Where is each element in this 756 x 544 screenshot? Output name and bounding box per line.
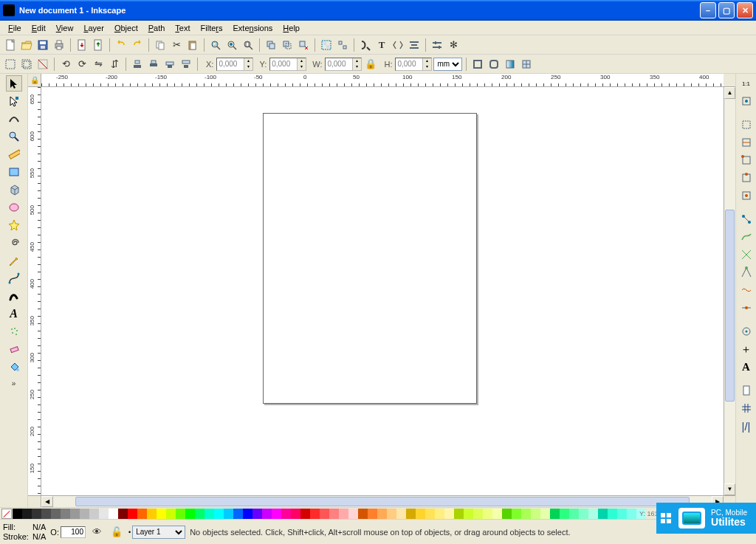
spiral-tool-icon[interactable] <box>6 235 22 251</box>
menu-file[interactable]: File <box>3 22 27 34</box>
w-field[interactable]: ▴▾ <box>325 58 362 71</box>
color-swatch[interactable] <box>406 509 416 519</box>
snap-guide-icon[interactable]: |/| <box>738 418 755 434</box>
new-icon[interactable] <box>3 38 18 52</box>
color-swatch[interactable] <box>195 509 205 519</box>
color-swatch[interactable] <box>89 509 99 519</box>
color-swatch[interactable] <box>339 509 348 519</box>
canvas[interactable] <box>41 87 724 495</box>
color-swatch[interactable] <box>435 509 444 519</box>
scroll-up-icon[interactable]: ▲ <box>724 87 735 99</box>
align-icon[interactable] <box>407 38 422 52</box>
bucket-tool-icon[interactable] <box>6 359 22 375</box>
unlink-clone-icon[interactable] <box>296 38 311 52</box>
scrollbar-horizontal[interactable]: ◀ ▶ <box>28 495 735 507</box>
color-swatch[interactable] <box>425 509 435 519</box>
clone-icon[interactable] <box>280 38 295 52</box>
minimize-button[interactable]: – <box>700 2 716 18</box>
color-swatch[interactable] <box>550 509 560 519</box>
snap-bbox-edge-icon[interactable] <box>738 134 755 151</box>
scrollbar-vertical[interactable]: ▲ ▼ <box>724 87 735 495</box>
spin-down-icon[interactable]: ▾ <box>297 64 306 70</box>
xml-editor-icon[interactable] <box>391 38 405 52</box>
zoom-selection-icon[interactable] <box>208 38 223 52</box>
color-swatch[interactable] <box>99 509 109 519</box>
color-swatch[interactable] <box>291 509 300 519</box>
layer-lock-icon[interactable]: 🔓 <box>109 525 124 540</box>
paste-icon[interactable] <box>185 38 200 52</box>
color-swatch[interactable] <box>243 509 252 519</box>
redo-icon[interactable] <box>130 38 145 52</box>
spray-tool-icon[interactable] <box>6 323 22 340</box>
flip-h-icon[interactable]: ⇋ <box>91 57 106 72</box>
select-all-layers-icon[interactable] <box>19 57 34 72</box>
menu-layer[interactable]: Layer <box>78 22 109 34</box>
preferences-icon[interactable] <box>430 38 444 52</box>
open-icon[interactable] <box>19 38 34 52</box>
menu-extensions[interactable]: Extensions <box>228 22 278 34</box>
calligraphy-tool-icon[interactable] <box>6 288 22 304</box>
close-button[interactable]: ✕ <box>737 2 753 18</box>
y-input[interactable] <box>270 60 297 68</box>
color-swatch[interactable] <box>118 509 128 519</box>
spin-down-icon[interactable]: ▾ <box>352 64 361 70</box>
color-swatch[interactable] <box>368 509 377 519</box>
color-swatch[interactable] <box>540 509 550 519</box>
color-swatch[interactable] <box>444 509 454 519</box>
text-tool-icon[interactable]: A <box>6 306 22 322</box>
spin-up-icon[interactable]: ▴ <box>352 58 361 64</box>
x-field[interactable]: ▴▾ <box>216 58 253 71</box>
snap-text-icon[interactable]: A <box>738 359 755 375</box>
layer-select[interactable]: Layer 1 <box>132 526 185 539</box>
color-swatch[interactable] <box>608 509 617 519</box>
h-input[interactable] <box>396 60 422 68</box>
spin-up-icon[interactable]: ▴ <box>422 58 431 64</box>
opacity-input[interactable] <box>61 526 86 538</box>
x-input[interactable] <box>217 60 244 68</box>
color-swatch[interactable] <box>41 509 51 519</box>
bezier-tool-icon[interactable] <box>6 270 22 286</box>
snap-midpoint-icon[interactable] <box>738 300 755 316</box>
color-swatch[interactable] <box>300 509 310 519</box>
selector-tool-icon[interactable] <box>6 75 22 92</box>
lock-ratio-icon[interactable]: 🔒 <box>363 57 378 72</box>
rotate-ccw-icon[interactable]: ⟲ <box>58 57 73 72</box>
color-swatch[interactable] <box>157 509 166 519</box>
color-swatch[interactable] <box>214 509 224 519</box>
lower-bottom-icon[interactable] <box>130 57 145 72</box>
color-swatch[interactable] <box>233 509 243 519</box>
raise-top-icon[interactable] <box>179 57 193 72</box>
color-swatch[interactable] <box>560 509 569 519</box>
color-swatch[interactable] <box>262 509 272 519</box>
color-swatch[interactable] <box>387 509 396 519</box>
color-swatch[interactable] <box>483 509 492 519</box>
scroll-h-track[interactable] <box>53 496 712 507</box>
spin-up-icon[interactable]: ▴ <box>244 58 252 64</box>
eraser-tool-icon[interactable] <box>6 341 22 357</box>
h-field[interactable]: ▴▾ <box>395 58 432 71</box>
ruler-horizontal[interactable]: -250-200-150-100-50050100150200250300350… <box>41 74 724 87</box>
box3d-tool-icon[interactable] <box>6 182 22 198</box>
color-swatch[interactable] <box>358 509 368 519</box>
pencil-tool-icon[interactable] <box>6 252 22 269</box>
color-swatch[interactable] <box>348 509 358 519</box>
snap-bbox-midpoint-icon[interactable] <box>738 170 755 186</box>
snap-path-icon[interactable] <box>738 229 755 245</box>
affect-corners-icon[interactable] <box>487 57 501 72</box>
snap-rotation-icon[interactable]: ＋ <box>738 341 755 357</box>
menu-edit[interactable]: Edit <box>27 22 51 34</box>
zoom-drawing-icon[interactable] <box>224 38 239 52</box>
snap-smooth-icon[interactable] <box>738 282 755 298</box>
affect-stroke-icon[interactable] <box>470 57 485 72</box>
units-select[interactable]: mm <box>433 58 462 71</box>
node-tool-icon[interactable] <box>6 93 22 109</box>
color-swatch[interactable] <box>51 509 61 519</box>
color-swatch[interactable] <box>473 509 483 519</box>
color-swatch[interactable] <box>281 509 291 519</box>
spin-down-icon[interactable]: ▾ <box>422 64 431 70</box>
deselect-icon[interactable] <box>35 57 50 72</box>
menu-view[interactable]: View <box>51 22 79 34</box>
scroll-v-track[interactable] <box>724 99 735 483</box>
ellipse-tool-icon[interactable] <box>6 199 22 216</box>
affect-gradient-icon[interactable] <box>503 57 518 72</box>
